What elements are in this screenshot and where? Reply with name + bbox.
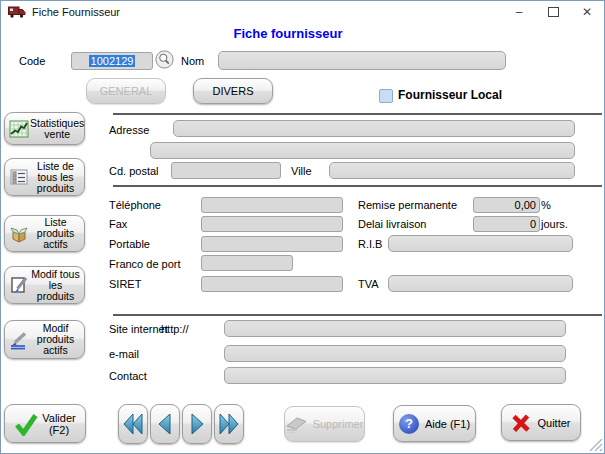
email-label: e-mail [109,348,139,360]
code-selected-text: 1002129 [89,55,136,67]
fax-label: Fax [109,218,127,230]
titlebar: Fiche Fournisseur – ✕ [1,1,604,23]
divider [113,185,602,187]
adresse-input-1[interactable] [173,120,575,137]
green-check-icon [14,412,38,436]
delai-label: Delai livraison [358,218,426,230]
sidebar-button-label: Liste de tous les produits [30,161,81,194]
double-left-arrow-icon [122,411,144,437]
nav-first-button[interactable] [118,404,148,444]
quitter-label: Quitter [537,417,570,429]
code-input[interactable]: 1002129 [71,52,153,70]
siret-input[interactable] [201,276,343,292]
minimize-button[interactable]: – [502,1,536,23]
resize-grip[interactable] [588,437,603,452]
quitter-button[interactable]: Quitter [501,404,581,441]
sidebar-modif-tous-produits-button[interactable]: Modif tous les produits [4,266,85,304]
truck-icon [8,6,26,18]
valider-label: Valider(F2) [42,412,75,436]
maximize-button[interactable] [536,1,570,23]
sidebar-liste-produits-actifs-button[interactable]: Liste produits actifs [4,215,85,252]
divider [113,113,602,115]
adresse-label: Adresse [109,124,149,136]
adresse-input-2[interactable] [150,142,575,159]
tva-input[interactable] [388,275,573,292]
sales-chart-icon [8,119,30,139]
delai-input[interactable]: 0 [473,216,540,232]
cd-postal-input[interactable] [171,162,281,179]
portable-input[interactable] [201,236,343,252]
supprimer-label: Supprimer [313,418,364,430]
sidebar-button-label: Liste produits actifs [30,217,81,250]
close-button[interactable]: ✕ [570,1,604,23]
email-input[interactable] [224,345,566,362]
nom-label: Nom [181,55,204,67]
contact-label: Contact [109,370,147,382]
ville-label: Ville [291,165,312,177]
sidebar-statistiques-vente-button[interactable]: Statistiques vente [4,112,85,145]
magnifier-icon[interactable] [155,50,174,69]
aide-label: Aide (F1) [425,418,470,430]
sidebar-button-label: Modif tous les produits [30,269,81,302]
site-internet-label: Site internet [109,323,168,335]
remise-input[interactable]: 0,00 [473,197,540,213]
site-internet-input[interactable] [224,320,566,337]
fournisseur-local-checkbox[interactable] [379,89,393,103]
valider-button[interactable]: Valider(F2) [4,404,86,443]
http-prefix: http:// [161,323,189,335]
sidebar-liste-tous-produits-button[interactable]: Liste de tous les produits [4,158,85,196]
remise-unit: % [541,199,551,211]
nav-last-button[interactable] [214,404,244,444]
tva-label: TVA [358,278,379,290]
sidebar-button-label: Modif produits actifs [30,323,81,356]
page-title: Fiche fournisseur [1,26,575,41]
help-icon: ? [399,414,419,434]
fax-input[interactable] [201,216,343,232]
fiche-fournisseur-window: Fiche Fournisseur – ✕ Fiche fournisseur … [0,0,605,454]
open-box-icon [8,224,30,244]
window-title: Fiche Fournisseur [32,6,120,18]
sidebar-modif-produits-actifs-button[interactable]: Modif produits actifs [4,320,85,359]
red-x-icon [511,413,531,433]
supprimer-button[interactable]: Supprimer [284,406,365,442]
rib-label: R.I.B [358,238,382,250]
nav-prev-button[interactable] [150,404,180,444]
portable-label: Portable [109,238,150,250]
double-right-arrow-icon [218,411,240,437]
nom-input[interactable] [218,51,506,70]
code-label: Code [19,55,45,67]
contact-input[interactable] [224,367,566,384]
edit-document-icon [8,275,30,295]
siret-label: SIRET [109,278,141,290]
left-arrow-icon [155,411,175,437]
rib-input[interactable] [388,235,573,252]
aide-button[interactable]: ? Aide (F1) [393,405,476,442]
sidebar-button-label: Statistiques vente [30,118,84,140]
tab-general[interactable]: GENERAL [86,78,166,104]
edit-lines-icon [8,330,30,350]
franco-label: Franco de port [109,258,181,270]
telephone-input[interactable] [201,197,343,213]
nav-next-button[interactable] [182,404,212,444]
divider [113,314,602,316]
tab-divers[interactable]: DIVERS [193,78,273,104]
list-icon [8,167,30,187]
remise-label: Remise permanente [358,199,457,211]
franco-input[interactable] [201,255,293,271]
delai-unit: jours. [541,218,568,230]
maximize-icon [548,7,559,17]
cd-postal-label: Cd. postal [109,165,159,177]
ville-input[interactable] [329,162,575,179]
right-arrow-icon [187,411,207,437]
telephone-label: Téléphone [109,199,161,211]
eraser-icon [286,414,308,434]
fournisseur-local-label: Fournisseur Local [398,88,502,102]
